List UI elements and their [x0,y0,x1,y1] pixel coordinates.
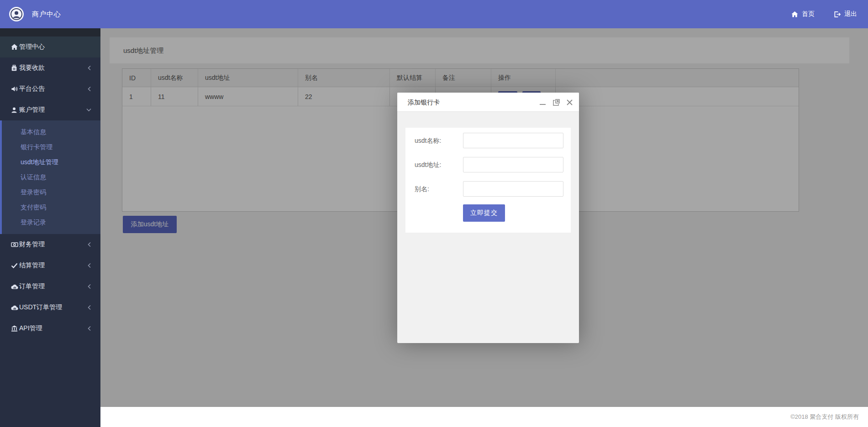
submenu-item-usdt-address[interactable]: usdt地址管理 [2,155,100,170]
sidebar-item-label: 财务管理 [19,240,45,249]
home-icon [791,11,798,18]
chevron-left-icon [87,284,91,289]
logout-link-label: 退出 [844,10,857,18]
topbar: 商户中心 首页 退出 [0,0,868,28]
logout-link[interactable]: 退出 [834,10,857,18]
sidebar-item-usdt-orders[interactable]: USDT订单管理 [0,297,100,318]
sidebar-item-admin-center[interactable]: 管理中心 [0,36,100,57]
cloud-icon [11,284,18,289]
modal-form: usdt名称: usdt地址: 别名: 立即提交 [405,128,571,233]
copyright-text: ©2018 聚合支付 版权所有 [100,407,868,427]
submenu-item-login-password[interactable]: 登录密码 [2,185,100,200]
add-bank-card-modal: 添加银行卡 usdt名称: usdt地址: 别名: 立即提交 [397,93,579,343]
sidebar-item-label: 管理中心 [19,43,45,51]
sidebar-item-api[interactable]: API管理 [0,318,100,339]
usdt-address-label: usdt地址: [415,157,441,172]
sidebar-item-announcements[interactable]: 平台公告 [0,78,100,99]
alias-label: 别名: [415,181,429,197]
chevron-left-icon [87,87,91,92]
submenu-item-auth-info[interactable]: 认证信息 [2,170,100,185]
cloud-icon [11,305,18,310]
receipt-icon [11,65,17,72]
sidebar-item-account-management[interactable]: 账户管理 [0,99,100,120]
home-icon [11,44,18,51]
usdt-name-input[interactable] [463,133,563,148]
bank-icon [11,325,18,332]
submenu-item-pay-password[interactable]: 支付密码 [2,200,100,215]
modal-titlebar: 添加银行卡 [397,93,579,112]
sidebar-item-settlement[interactable]: 结算管理 [0,255,100,276]
app-title: 商户中心 [32,0,61,28]
chevron-left-icon [87,242,91,247]
speaker-icon [11,86,18,93]
avatar-logo [9,7,24,21]
submenu-item-login-records[interactable]: 登录记录 [2,215,100,230]
user-icon [11,107,17,114]
sidebar: 管理中心 我要收款 平台公告 账户管理 基本信息 银行卡管理 usdt地址管理 … [0,28,100,427]
close-icon[interactable] [566,99,573,106]
chevron-down-icon [86,108,91,112]
sidebar-item-label: 平台公告 [19,85,45,93]
account-submenu: 基本信息 银行卡管理 usdt地址管理 认证信息 登录密码 支付密码 登录记录 [0,120,100,234]
footer: ©2018 聚合支付 版权所有 [100,407,868,427]
usdt-address-input[interactable] [463,157,563,172]
chevron-left-icon [87,305,91,310]
logout-icon [834,11,841,18]
usdt-name-label: usdt名称: [415,133,441,148]
sidebar-top-strip [0,28,100,36]
sidebar-item-label: API管理 [19,324,42,333]
sidebar-item-label: USDT订单管理 [19,303,62,312]
sidebar-item-finance[interactable]: 财务管理 [0,234,100,255]
banknote-icon [11,241,18,248]
sidebar-item-label: 我要收款 [19,64,45,72]
sidebar-item-receivables[interactable]: 我要收款 [0,57,100,78]
home-link[interactable]: 首页 [791,10,815,18]
sidebar-item-label: 账户管理 [19,106,45,114]
submenu-item-basic-info[interactable]: 基本信息 [2,125,100,140]
submit-button[interactable]: 立即提交 [463,204,505,222]
submenu-item-bank-card[interactable]: 银行卡管理 [2,140,100,155]
minimize-icon[interactable] [539,99,547,106]
check-icon [11,263,18,269]
home-link-label: 首页 [802,10,815,18]
chevron-left-icon [87,66,91,71]
sidebar-item-label: 结算管理 [19,261,45,270]
alias-input[interactable] [463,181,563,197]
sidebar-item-label: 订单管理 [19,282,45,291]
user-avatar-icon [11,8,22,20]
modal-title: 添加银行卡 [408,93,440,112]
chevron-left-icon [87,263,91,268]
sidebar-item-orders[interactable]: 订单管理 [0,276,100,297]
chevron-left-icon [87,326,91,331]
maximize-icon[interactable] [552,99,560,106]
